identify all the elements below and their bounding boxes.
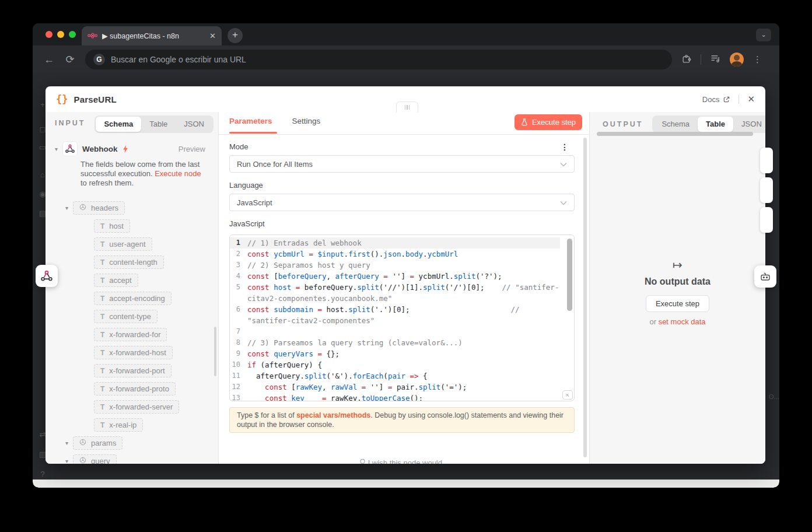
- logs-panel-edge[interactable]: [33, 480, 779, 488]
- preview-label[interactable]: Preview: [178, 145, 205, 153]
- sidebar-help-icon[interactable]: ?: [37, 470, 48, 478]
- close-window-button[interactable]: [46, 31, 52, 38]
- tab-output-json[interactable]: JSON: [733, 117, 765, 132]
- tab-parameters[interactable]: Parameters: [229, 117, 272, 131]
- chevron-down-icon[interactable]: ▾: [65, 440, 68, 446]
- input-source-row[interactable]: ▾ Webhook Preview: [46, 141, 218, 156]
- chevron-down-icon[interactable]: ▾: [55, 146, 58, 152]
- extensions-icon[interactable]: [681, 54, 691, 66]
- line-number: 9: [230, 348, 247, 359]
- schema-field-label: x-forwarded-for: [109, 330, 160, 339]
- trigger-bolt-icon: [123, 145, 128, 153]
- schema-field-pill[interactable]: Tuser-agent: [94, 237, 152, 251]
- schema-field-row: Tx-forwarded-host: [46, 346, 212, 359]
- ai-assistant-button[interactable]: [754, 265, 776, 288]
- tab-input-table[interactable]: Table: [141, 117, 176, 132]
- parameter-options-icon[interactable]: ⋮: [561, 142, 569, 152]
- editor-scrollbar[interactable]: [567, 239, 572, 311]
- execute-node-link[interactable]: Execute node: [155, 169, 201, 178]
- parameters-panel: Parameters Settings Execute step Mode ⋮ …: [219, 112, 589, 464]
- maximize-window-button[interactable]: [69, 31, 76, 38]
- node-title[interactable]: ParseURL: [74, 94, 116, 104]
- schema-field-pill[interactable]: Thost: [94, 219, 130, 233]
- clipped-panel-button-3[interactable]: [760, 207, 773, 233]
- object-icon: [79, 204, 86, 212]
- schema-field-pill[interactable]: Tx-forwarded-port: [94, 364, 172, 377]
- tab-settings[interactable]: Settings: [292, 117, 321, 131]
- schema-field-label: content-type: [109, 312, 151, 321]
- mode-select[interactable]: Run Once for All Items: [229, 155, 575, 173]
- address-bar[interactable]: G Buscar en Google o escribir una URL: [85, 50, 672, 69]
- input-panel-scrollbar[interactable]: [214, 327, 216, 376]
- profile-avatar[interactable]: [730, 52, 744, 66]
- schema-object-pill[interactable]: params: [73, 436, 123, 450]
- schema-field-pill[interactable]: Taccept: [94, 274, 138, 287]
- active-tab-underline: [229, 132, 277, 134]
- reload-icon[interactable]: ⟳: [64, 53, 76, 66]
- chevron-down-icon: [560, 198, 567, 207]
- code-editor[interactable]: 1// 1) Entradas del webhook2const ycbmUr…: [229, 235, 575, 401]
- schema-object-row[interactable]: ▾query: [46, 454, 212, 464]
- schema-field-label: x-forwarded-host: [109, 348, 166, 357]
- schema-field-pill[interactable]: Tx-real-ip: [94, 418, 143, 432]
- schema-field-pill[interactable]: Tcontent-length: [94, 256, 164, 269]
- schema-field-pill[interactable]: Tx-forwarded-host: [94, 346, 173, 359]
- docs-link[interactable]: Docs: [702, 95, 731, 104]
- tab-output-table[interactable]: Table: [698, 117, 733, 132]
- line-number: 1: [230, 237, 247, 249]
- schema-field-row: Tcontent-type: [46, 310, 212, 323]
- string-type-icon: T: [100, 313, 104, 321]
- expand-editor-icon[interactable]: ⇱: [562, 390, 573, 400]
- tab-output-schema[interactable]: Schema: [653, 117, 698, 132]
- input-panel-label: INPUT: [55, 119, 86, 127]
- google-icon: G: [93, 54, 105, 65]
- schema-field-pill[interactable]: Tcontent-type: [94, 310, 158, 323]
- schema-object-pill[interactable]: query: [73, 454, 117, 464]
- new-tab-button[interactable]: +: [228, 28, 243, 43]
- tab-input-schema[interactable]: Schema: [96, 117, 141, 132]
- minimize-window-button[interactable]: [57, 31, 64, 38]
- clipped-panel-button-1[interactable]: [760, 148, 773, 173]
- back-icon[interactable]: ←: [43, 54, 55, 66]
- code-line: 10if (afterQuery) {: [230, 359, 560, 370]
- schema-field-pill[interactable]: Tx-forwarded-server: [94, 400, 179, 414]
- schema-field-row: Thost: [46, 219, 212, 233]
- panel-drag-handle[interactable]: [396, 102, 418, 113]
- clipped-panel-button-2[interactable]: [760, 177, 773, 203]
- browser-tab[interactable]: ▶ subagenteCitas - n8n ✕: [82, 26, 222, 46]
- string-type-icon: T: [100, 367, 104, 375]
- string-type-icon: T: [100, 403, 104, 411]
- browser-menu-icon[interactable]: ⋮: [753, 54, 762, 65]
- media-playlist-icon[interactable]: [710, 54, 720, 65]
- language-select[interactable]: JavaScript: [229, 194, 575, 211]
- string-type-icon: T: [100, 276, 104, 285]
- chevron-down-icon[interactable]: ▾: [65, 205, 68, 211]
- schema-object-row[interactable]: ▾headers: [46, 201, 212, 215]
- schema-field-label: x-forwarded-server: [109, 402, 173, 411]
- schema-field-pill[interactable]: Tx-forwarded-proto: [94, 382, 176, 396]
- node-feedback-link[interactable]: I wish this node would...: [219, 459, 589, 464]
- schema-field-pill[interactable]: Tx-forwarded-for: [94, 328, 167, 341]
- language-label: Language: [229, 181, 263, 190]
- n8n-favicon-icon: [88, 31, 97, 41]
- output-horizontal-scrollbar[interactable]: [597, 132, 753, 136]
- input-node-float-button[interactable]: [36, 265, 58, 287]
- tabs-divider: [219, 134, 589, 135]
- schema-field-pill[interactable]: Taccept-encoding: [94, 292, 172, 305]
- tab-search-button[interactable]: ⌄: [756, 29, 771, 41]
- tab-input-json[interactable]: JSON: [176, 117, 212, 132]
- parameters-scrollbar[interactable]: [583, 138, 587, 457]
- object-icon: [79, 457, 86, 464]
- chevron-down-icon[interactable]: ▾: [65, 458, 68, 464]
- schema-object-row[interactable]: ▾params: [46, 436, 212, 450]
- close-dialog-icon[interactable]: ✕: [747, 94, 755, 104]
- set-mock-data-link[interactable]: set mock data: [659, 317, 706, 326]
- execute-step-button[interactable]: Execute step: [514, 114, 582, 130]
- schema-object-pill[interactable]: headers: [73, 201, 125, 215]
- special-vars-link[interactable]: special vars/methods: [296, 411, 370, 419]
- tab-close-icon[interactable]: ✕: [209, 32, 216, 40]
- line-number: 8: [230, 337, 247, 348]
- line-number: 11: [230, 370, 247, 382]
- execute-step-secondary-button[interactable]: Execute step: [646, 295, 709, 312]
- browser-window: ▶ subagenteCitas - n8n ✕ + ⌄ ← ⟳ G Busca…: [33, 23, 779, 488]
